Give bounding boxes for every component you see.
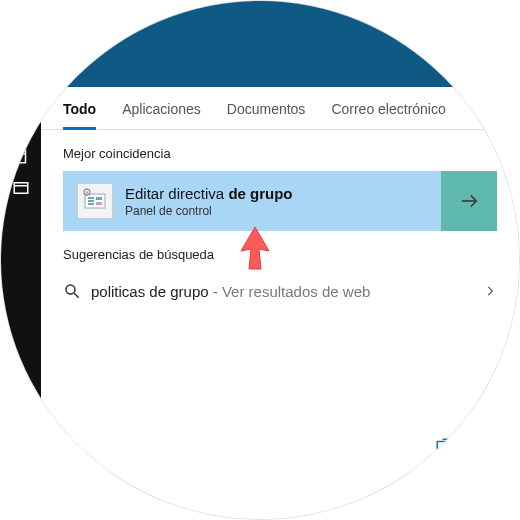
- open-external-icon: [435, 437, 453, 455]
- chevron-right-icon: [483, 284, 497, 298]
- svg-rect-11: [438, 442, 449, 453]
- tab-email[interactable]: Correo electrónico: [331, 101, 445, 129]
- best-match-subtitle: Panel de control: [125, 204, 293, 218]
- search-icon: [63, 282, 81, 300]
- taskbar-app-icon[interactable]: [12, 179, 30, 197]
- taskbar-file-icon[interactable]: [12, 147, 30, 165]
- svg-point-9: [66, 285, 75, 294]
- window-titlebar-area: [1, 1, 519, 87]
- svg-rect-6: [96, 197, 102, 200]
- open-side-button[interactable]: [441, 171, 497, 231]
- suggestion-hint: - Ver resultados de web: [209, 283, 371, 300]
- svg-rect-1: [14, 183, 28, 194]
- group-policy-icon: ⚙: [77, 183, 113, 219]
- search-suggestion-item[interactable]: politicas de grupo - Ver resultados de w…: [41, 272, 519, 310]
- search-suggestions-label: Sugerencias de búsqueda: [41, 231, 519, 272]
- search-tabs: Todo Aplicaciones Documentos Correo elec…: [41, 87, 519, 130]
- open-action[interactable]: Abrir: [435, 437, 493, 455]
- best-match-title: Editar directiva de grupo: [125, 185, 293, 202]
- tab-apps[interactable]: Aplicaciones: [122, 101, 201, 129]
- open-action-label: Abrir: [461, 438, 493, 455]
- svg-rect-0: [15, 149, 26, 163]
- tab-all[interactable]: Todo: [63, 101, 96, 130]
- search-panel: Todo Aplicaciones Documentos Correo elec…: [41, 87, 519, 519]
- taskbar: [1, 87, 41, 519]
- best-match-label: Mejor coincidencia: [41, 130, 519, 171]
- suggestion-query: politicas de grupo: [91, 283, 209, 300]
- svg-line-10: [74, 293, 79, 298]
- tab-documents[interactable]: Documentos: [227, 101, 306, 129]
- svg-rect-7: [96, 202, 102, 205]
- tab-more[interactable]: V: [472, 101, 481, 129]
- best-match-result[interactable]: ⚙ Editar directiva de grupo Panel de con…: [63, 171, 441, 231]
